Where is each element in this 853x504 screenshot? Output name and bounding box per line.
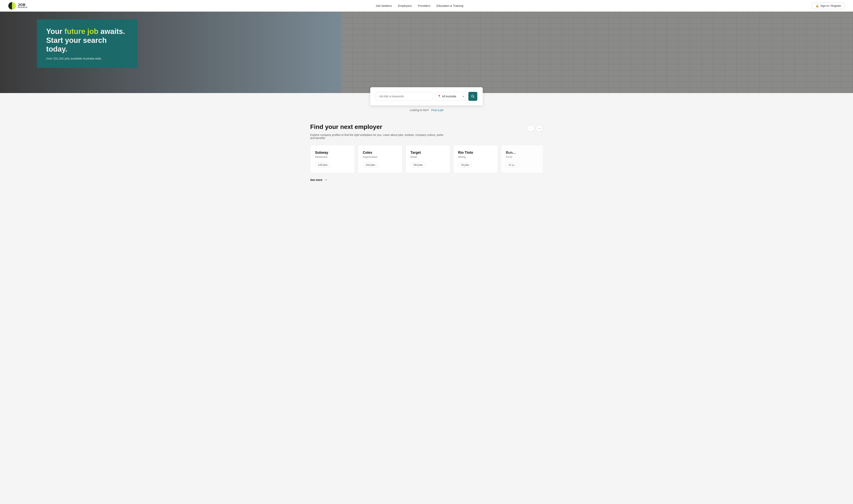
logo[interactable]: JOB SEARCH (8, 2, 28, 10)
hero-section: Your future job awaits. Start your searc… (0, 12, 853, 93)
nav-providers[interactable]: Providers (418, 4, 430, 7)
employer-type: Retail (411, 156, 445, 158)
search-button[interactable] (468, 92, 477, 101)
employer-name: Subway (315, 150, 350, 155)
sign-in-button[interactable]: 🔒 Sign-in / Register (812, 2, 845, 9)
logo-icon (8, 2, 16, 10)
location-pin-icon: 📍 (438, 95, 441, 98)
hero-heading-line2: Start your search today. (46, 36, 107, 53)
svg-point-2 (12, 4, 15, 7)
logo-text: JOB SEARCH (18, 3, 28, 8)
employer-name: Target (411, 150, 445, 155)
section-title: Find your next employer (310, 123, 382, 130)
logo-job-label: JOB (18, 3, 28, 6)
hire-text-row: Looking to hire? Post a job (0, 109, 853, 112)
employer-cards-row: Subway Restaurant 129 jobs Coles Superma… (310, 145, 543, 173)
carousel-arrows: ← → (527, 125, 543, 132)
employer-jobs-badge: 129 jobs (315, 162, 330, 167)
search-icon (471, 94, 475, 98)
nav-job-seekers[interactable]: Job Seekers (376, 4, 392, 7)
hire-static-text: Looking to hire? (410, 109, 429, 112)
header: JOB SEARCH Job Seekers Employers Provide… (0, 0, 853, 12)
next-arrow-button[interactable]: → (536, 125, 543, 132)
svg-point-1 (10, 4, 12, 7)
employer-card-partial[interactable]: Bun... Retail 61 jo... (501, 145, 543, 173)
employer-jobs-badge: 34 jobs (458, 162, 472, 167)
employer-type: Restaurant (315, 156, 350, 158)
prev-arrow-button[interactable]: ← (527, 125, 534, 132)
section-description: Explore company profiles to find the rig… (310, 133, 446, 140)
hero-overlay: Your future job awaits. Start your searc… (37, 19, 138, 68)
chevron-down-icon: ▾ (463, 95, 464, 98)
search-box: 📍 All Australia ACT NSW NT QLD SA TAS VI… (370, 87, 483, 105)
svg-line-4 (473, 97, 474, 98)
hero-subtext: Over 231,302 jobs available Australia-wi… (46, 57, 128, 60)
logo-search-label: SEARCH (18, 6, 28, 8)
arrow-left-icon: ← (529, 127, 532, 130)
search-container: 📍 All Australia ACT NSW NT QLD SA TAS VI… (0, 87, 853, 105)
section-title-area: Find your next employer (310, 123, 382, 130)
employer-name: Bun... (506, 150, 541, 155)
see-more-arrow-icon: → (324, 178, 327, 182)
employer-jobs-badge: 293 jobs (411, 162, 426, 167)
employer-jobs-badge: 61 jo... (506, 162, 519, 167)
employers-section: Find your next employer ← → Explore comp… (303, 112, 550, 190)
employer-name: Coles (363, 150, 398, 155)
nav-employers[interactable]: Employers (398, 4, 412, 7)
employer-jobs-badge: 234 jobs (363, 162, 378, 167)
hero-wall-texture (341, 12, 853, 93)
hero-heading: Your future job awaits. Start your searc… (46, 27, 128, 54)
section-header: Find your next employer ← → (310, 123, 543, 132)
hero-text-part1: Your (46, 27, 65, 35)
employer-name: Rio Tinto (458, 150, 493, 155)
see-more-label: See more (310, 178, 322, 181)
location-select[interactable]: All Australia ACT NSW NT QLD SA TAS VIC … (442, 95, 460, 98)
sign-in-label: Sign-in / Register (820, 4, 841, 7)
hero-highlight: future job (65, 27, 98, 35)
hero-text-part2: awaits. (98, 27, 125, 35)
nav-education[interactable]: Education & Training (436, 4, 463, 7)
employer-card-rio-tinto[interactable]: Rio Tinto Mining 34 jobs (453, 145, 498, 173)
employer-type: Retail (506, 156, 541, 158)
post-a-job-link[interactable]: Post a job (431, 109, 443, 112)
see-more-row[interactable]: See more → (310, 178, 543, 182)
arrow-right-icon: → (538, 127, 541, 130)
lock-icon: 🔒 (816, 4, 819, 7)
location-wrapper[interactable]: 📍 All Australia ACT NSW NT QLD SA TAS VI… (435, 92, 466, 101)
search-input[interactable] (376, 92, 433, 101)
employer-card-subway[interactable]: Subway Restaurant 129 jobs (310, 145, 355, 173)
employer-type: Supermarket (363, 156, 398, 158)
main-nav: Job Seekers Employers Providers Educatio… (376, 4, 463, 7)
employer-card-coles[interactable]: Coles Supermarket 234 jobs (358, 145, 402, 173)
employer-card-target[interactable]: Target Retail 293 jobs (405, 145, 450, 173)
employer-type: Mining (458, 156, 493, 158)
